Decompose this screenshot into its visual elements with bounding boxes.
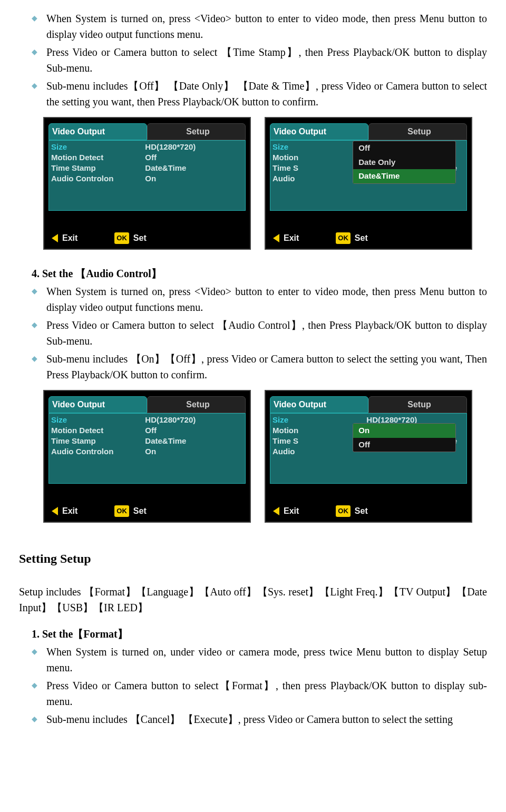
device-screen-right: Video Output Setup SizeHD(1280*720) Moti…	[265, 390, 472, 523]
tab-setup[interactable]: Setup	[368, 123, 467, 140]
menu-row-timestamp[interactable]: Time StampDate&Time	[51, 163, 243, 173]
arrow-left-icon	[52, 234, 58, 242]
ok-icon: OK	[336, 232, 351, 244]
ok-icon: OK	[114, 232, 129, 244]
bullet-item: Sub-menu includes【Off】 【Date Only】 【Date…	[32, 78, 487, 110]
tab-video-output[interactable]: Video Output	[270, 123, 368, 140]
popup-option-on[interactable]: On	[353, 424, 455, 438]
device-screen-left: Video Output Setup SizeHD(1280*720) Moti…	[43, 390, 251, 523]
bullet-item: Press Video or Camera button to select【F…	[32, 678, 487, 709]
submenu-popup: On Off	[353, 423, 455, 452]
menu-content: SizeHD(1280*720) Motion Time Sne Audio O…	[270, 140, 467, 211]
arrow-left-icon	[273, 234, 279, 242]
tab-video-output[interactable]: Video Output	[48, 396, 147, 413]
heading-setting-setup: Setting Setup	[19, 549, 487, 568]
arrow-left-icon	[52, 507, 58, 515]
menu-row-size[interactable]: SizeHD(1280*720)	[51, 142, 243, 152]
menu-row-timestamp[interactable]: Time StampDate&Time	[51, 436, 243, 446]
ok-set-button[interactable]: OKSet	[114, 505, 146, 517]
exit-button[interactable]: Exit	[52, 232, 77, 244]
bullet-item: When System is turned on, press <Video> …	[32, 11, 487, 42]
bullet-list-format: When System is turned on, under video or…	[19, 644, 487, 727]
menu-content: SizeHD(1280*720) Motion Time Sne Audio O…	[270, 413, 467, 484]
popup-option-off[interactable]: Off	[353, 438, 455, 452]
tab-video-output[interactable]: Video Output	[48, 123, 147, 140]
tab-setup[interactable]: Setup	[147, 396, 246, 413]
menu-content: SizeHD(1280*720) Motion DetectOff Time S…	[48, 140, 246, 211]
bullet-list-timestamp: When System is turned on, press <Video> …	[19, 11, 487, 110]
exit-button[interactable]: Exit	[52, 505, 77, 517]
ok-icon: OK	[336, 505, 351, 517]
exit-button[interactable]: Exit	[273, 232, 299, 244]
bullet-list-audio: When System is turned on, press <Video> …	[19, 283, 487, 383]
popup-option-date-only[interactable]: Date Only	[353, 155, 455, 170]
popup-option-off[interactable]: Off	[353, 141, 455, 155]
bullet-item: Sub-menu includes 【Cancel】 【Execute】, pr…	[32, 711, 487, 727]
bullet-item: When System is turned on, press <Video> …	[32, 283, 487, 315]
arrow-left-icon	[273, 507, 279, 515]
screenshot-row-timestamp: Video Output Setup SizeHD(1280*720) Moti…	[43, 117, 487, 250]
ok-icon: OK	[114, 505, 129, 517]
bullet-item: When System is turned on, under video or…	[32, 644, 487, 676]
tab-setup[interactable]: Setup	[368, 396, 467, 413]
popup-option-date-time[interactable]: Date&Time	[353, 169, 455, 183]
submenu-popup: Off Date Only Date&Time	[353, 141, 455, 184]
ok-set-button[interactable]: OKSet	[336, 232, 367, 244]
tab-setup[interactable]: Setup	[147, 123, 246, 140]
menu-row-audio[interactable]: Audio ControlonOn	[51, 173, 243, 184]
tab-video-output[interactable]: Video Output	[270, 396, 368, 413]
bullet-item: Sub-menu includes 【On】【Off】, press Video…	[32, 351, 487, 383]
ok-set-button[interactable]: OKSet	[336, 505, 367, 517]
bullet-item: Press Video or Camera button to select 【…	[32, 317, 487, 349]
menu-row-audio[interactable]: Audio ControlonOn	[51, 446, 243, 457]
setup-intro: Setup includes 【Format】【Language】【Auto o…	[19, 584, 487, 615]
device-screen-right: Video Output Setup SizeHD(1280*720) Moti…	[265, 117, 472, 250]
bullet-item: Press Video or Camera button to select 【…	[32, 44, 487, 76]
section-title-audio-control: 4. Set the 【Audio Control】	[19, 266, 487, 281]
section-title-format: 1. Set the【Format】	[19, 626, 487, 642]
ok-set-button[interactable]: OKSet	[114, 232, 146, 244]
exit-button[interactable]: Exit	[273, 505, 299, 517]
screenshot-row-audio: Video Output Setup SizeHD(1280*720) Moti…	[43, 390, 487, 523]
menu-content: SizeHD(1280*720) Motion DetectOff Time S…	[48, 413, 246, 484]
menu-row-motion[interactable]: Motion DetectOff	[51, 425, 243, 436]
device-screen-left: Video Output Setup SizeHD(1280*720) Moti…	[43, 117, 251, 250]
menu-row-size[interactable]: SizeHD(1280*720)	[51, 415, 243, 425]
menu-row-motion[interactable]: Motion DetectOff	[51, 152, 243, 163]
